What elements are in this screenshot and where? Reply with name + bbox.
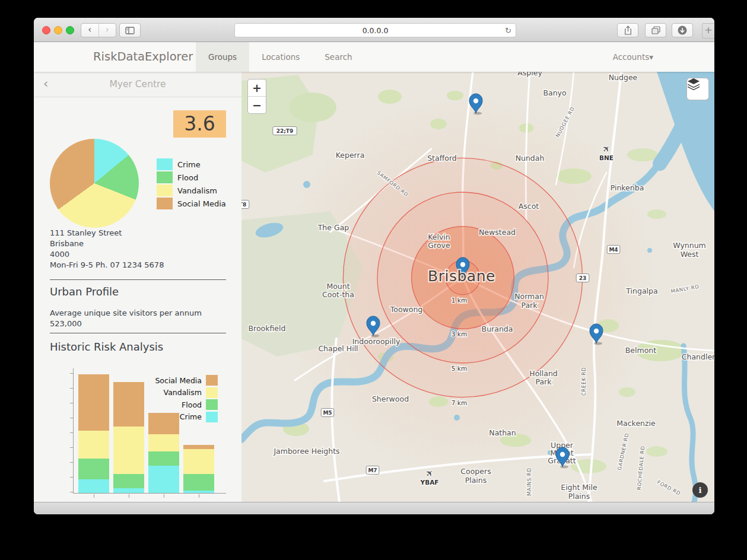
map-label: The Gap bbox=[317, 223, 349, 232]
historic-risk-bar-chart: Social MediaVandalismFloodCrime bbox=[73, 368, 226, 494]
download-icon bbox=[678, 26, 687, 35]
svg-text:BNE: BNE bbox=[599, 154, 614, 161]
x-axis-tick bbox=[199, 494, 199, 498]
legend-swatch bbox=[157, 171, 173, 183]
tab-groups[interactable]: Groups bbox=[196, 42, 249, 72]
legend-swatch bbox=[206, 375, 218, 386]
y-axis-tick bbox=[70, 462, 74, 463]
share-icon bbox=[624, 26, 632, 35]
historic-risk-heading: Historic Risk Analysis bbox=[50, 341, 163, 353]
road-badge: M5 bbox=[321, 409, 334, 417]
visitors-label: Average unique site visitors per annum bbox=[50, 308, 202, 317]
reload-icon[interactable]: ↻ bbox=[505, 26, 511, 35]
map-label: Brisbane bbox=[428, 268, 495, 285]
y-axis-tick bbox=[70, 373, 74, 374]
map-label: Chapel Hill bbox=[318, 344, 358, 353]
address-line: 111 Stanley Street bbox=[50, 228, 164, 238]
map-label: Chandler bbox=[682, 352, 714, 361]
bar-segment bbox=[78, 374, 109, 431]
attribution-info-button[interactable]: i bbox=[692, 482, 708, 498]
map-label: Pinkenba bbox=[611, 183, 644, 192]
legend-label: Social Media bbox=[177, 199, 226, 208]
address-bar[interactable]: 0.0.0.0 ↻ bbox=[234, 23, 516, 37]
y-axis-tick bbox=[70, 388, 74, 389]
tabs-icon bbox=[651, 26, 660, 34]
close-window-button[interactable] bbox=[42, 26, 50, 34]
divider bbox=[50, 279, 226, 280]
bar-segment bbox=[78, 459, 109, 479]
road-badge: M7 bbox=[366, 466, 379, 475]
legend-swatch bbox=[157, 198, 173, 209]
zoom-in-button[interactable]: + bbox=[248, 79, 266, 97]
map-label: Mackenzie bbox=[616, 419, 656, 428]
sidebar-toggle-button[interactable] bbox=[119, 23, 141, 37]
visitors-value: 523,000 bbox=[50, 319, 82, 328]
layers-control[interactable] bbox=[686, 78, 709, 100]
legend-swatch bbox=[157, 184, 173, 196]
address-block: 111 Stanley Street Brisbane 4000 Mon-Fri… bbox=[50, 228, 164, 271]
forward-button[interactable]: › bbox=[99, 24, 116, 37]
share-button[interactable] bbox=[617, 23, 638, 37]
svg-text:22;T9: 22;T9 bbox=[276, 128, 294, 134]
bar-segment bbox=[148, 451, 179, 466]
accounts-dropdown[interactable]: Accounts▾ bbox=[613, 42, 653, 72]
minimize-window-button[interactable] bbox=[54, 26, 62, 34]
map-label: Nudgee bbox=[609, 73, 638, 82]
y-axis-tick bbox=[70, 477, 74, 478]
legend-swatch bbox=[206, 412, 218, 422]
map-pane[interactable]: 7 km5 km3 km1 kmAspleyNudgeeBanyoNundahS… bbox=[241, 72, 714, 502]
app-brand[interactable]: RiskDataExplorer bbox=[93, 42, 193, 72]
map-label: Sherwood bbox=[372, 394, 409, 403]
risk-score: 3.6 bbox=[173, 110, 226, 138]
map-label: Nundah bbox=[516, 154, 545, 163]
sidebar-header: ‹ Myer Centre bbox=[34, 72, 241, 97]
map-label: Tingalpa bbox=[625, 287, 657, 295]
legend-label: Flood bbox=[177, 173, 198, 182]
x-axis-tick bbox=[94, 494, 94, 498]
chevron-down-icon: ▾ bbox=[649, 52, 653, 62]
bar-segment bbox=[148, 434, 179, 451]
svg-text:23: 23 bbox=[579, 275, 587, 281]
layers-icon bbox=[687, 78, 700, 90]
map-label: Belmont bbox=[625, 346, 656, 355]
bar-segment bbox=[148, 413, 179, 434]
svg-text:M7: M7 bbox=[368, 467, 377, 473]
app-navbar: RiskDataExplorer Groups Locations Search… bbox=[34, 42, 714, 72]
map-label: Brookfield bbox=[249, 324, 286, 333]
stacked-bar bbox=[113, 382, 144, 493]
y-axis-tick bbox=[70, 418, 74, 418]
stacked-bar bbox=[78, 374, 109, 493]
back-button[interactable]: ‹ bbox=[81, 24, 99, 37]
y-axis-tick bbox=[70, 447, 74, 448]
stacked-bar bbox=[148, 413, 179, 493]
address-line: Mon-Fri 9-5 Ph. 07 1234 5678 bbox=[50, 260, 164, 271]
map-label: Nathan bbox=[489, 428, 516, 437]
map-label: Indooroopilly bbox=[352, 337, 400, 346]
road-badge: 23 bbox=[576, 274, 589, 282]
legend-swatch bbox=[157, 158, 173, 170]
bar-segment bbox=[183, 445, 214, 449]
downloads-button[interactable] bbox=[672, 23, 693, 37]
legend-label: Social Media bbox=[155, 376, 202, 385]
road-badge: M4 bbox=[607, 246, 620, 254]
map-zoom-control: + − bbox=[247, 79, 266, 114]
map-label: CREEK RD bbox=[581, 367, 587, 396]
pie-legend: CrimeFloodVandalismSocial Media bbox=[157, 158, 226, 211]
bar-segment bbox=[183, 491, 214, 493]
zoom-window-button[interactable] bbox=[66, 26, 74, 34]
location-title: Myer Centre bbox=[34, 72, 241, 97]
back-chevron-icon[interactable]: ‹ bbox=[43, 77, 48, 91]
accounts-label: Accounts bbox=[613, 52, 650, 62]
tab-search[interactable]: Search bbox=[312, 42, 364, 72]
show-tabs-button[interactable] bbox=[645, 23, 666, 37]
zoom-out-button[interactable]: − bbox=[248, 97, 266, 113]
new-tab-button[interactable]: + bbox=[702, 23, 714, 39]
map-label: Aspley bbox=[517, 72, 542, 77]
pie-legend-item: Vandalism bbox=[157, 184, 226, 196]
ring-distance-label: 7 km bbox=[452, 399, 467, 406]
browser-titlebar: ‹ › 0.0.0.0 ↻ bbox=[34, 18, 714, 42]
address-line: Brisbane bbox=[50, 238, 164, 249]
road-badge: T8 bbox=[241, 201, 249, 209]
tab-locations[interactable]: Locations bbox=[249, 42, 312, 72]
map-label: Jamboree Heights bbox=[273, 447, 339, 456]
